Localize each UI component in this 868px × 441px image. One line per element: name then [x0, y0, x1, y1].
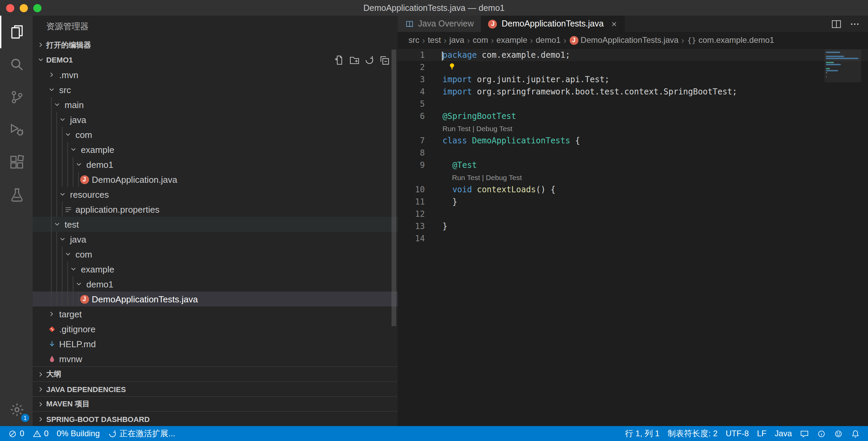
- code-line-2[interactable]: 2: [398, 61, 868, 73]
- window-title: DemoApplicationTests.java — demo1: [0, 3, 868, 13]
- status-cursor-position[interactable]: 行 1, 列 1: [621, 426, 663, 441]
- sidebar-section-大纲[interactable]: 大纲: [33, 366, 398, 381]
- tree-item-target[interactable]: target: [33, 306, 398, 321]
- line-number: 13: [398, 222, 425, 231]
- code-line-7[interactable]: 7class DemoApplicationTests {: [398, 135, 868, 147]
- status-feedback[interactable]: [796, 426, 813, 441]
- code-line-3[interactable]: 3import org.junit.jupiter.api.Test;: [398, 73, 868, 86]
- line-number: 8: [398, 148, 425, 158]
- tab-label: DemoApplicationTests.java: [502, 19, 604, 29]
- indent-guide: [56, 142, 62, 157]
- code-lens[interactable]: Run Test | Debug Test: [398, 122, 868, 135]
- code-line-4[interactable]: 4import org.springframework.boot.test.co…: [398, 86, 868, 98]
- close-icon[interactable]: [610, 20, 618, 28]
- breadcrumb-com-example-demo1[interactable]: {}com.example.demo1: [687, 35, 774, 45]
- breadcrumb-test[interactable]: test: [428, 35, 441, 45]
- minimap-line: [826, 70, 838, 71]
- sidebar-section-java-dependencies[interactable]: JAVA DEPENDENCIES: [33, 381, 398, 396]
- code-line-9[interactable]: 9 @Test: [398, 159, 868, 171]
- tree-item-com[interactable]: com: [33, 247, 398, 262]
- status-problems-errors[interactable]: 0: [4, 426, 28, 441]
- tree-item-test[interactable]: test: [33, 217, 398, 232]
- tree-item-mvnw[interactable]: mvnw: [33, 351, 398, 366]
- tree-item-label: HELP.md: [59, 339, 96, 349]
- code-line-11[interactable]: 11 }: [398, 196, 868, 208]
- activity-explorer[interactable]: [0, 16, 33, 48]
- activity-extensions[interactable]: [0, 146, 33, 179]
- activity-source-control[interactable]: [0, 81, 33, 113]
- activity-settings[interactable]: 1: [0, 393, 33, 426]
- status-encoding[interactable]: UTF-8: [722, 426, 753, 441]
- minimize-window-button[interactable]: [20, 4, 28, 12]
- status-bar: 000% Building正在激活扩展... 行 1, 列 1制表符长度: 2U…: [0, 426, 868, 441]
- more-actions-icon[interactable]: [850, 19, 860, 29]
- tree-item-java[interactable]: java: [33, 112, 398, 127]
- sidebar-scrollbar[interactable]: [392, 50, 396, 326]
- tree-item-demo1[interactable]: demo1: [33, 157, 398, 172]
- status-language-mode[interactable]: Java: [770, 426, 796, 441]
- minimap-line: [826, 76, 827, 77]
- line-number: 3: [398, 75, 425, 84]
- code-line-10[interactable]: 10 void contextLoads() {: [398, 183, 868, 196]
- sidebar-section-maven-项目[interactable]: MAVEN 项目: [33, 396, 398, 411]
- project-section-header[interactable]: DEMO1: [33, 52, 398, 67]
- new-file-icon[interactable]: [334, 55, 345, 65]
- breadcrumb-demo1[interactable]: demo1: [536, 35, 560, 45]
- breadcrumb-example[interactable]: example: [497, 35, 527, 45]
- status-java-status[interactable]: [813, 426, 830, 441]
- breadcrumb-demoapplicationtests-java[interactable]: JDemoApplicationTests.java: [569, 35, 678, 45]
- status-eol[interactable]: LF: [753, 426, 770, 441]
- tree-item-help-md[interactable]: HELP.md: [33, 336, 398, 351]
- status-indentation[interactable]: 制表符长度: 2: [664, 426, 722, 441]
- code-line-6[interactable]: 6@SpringBootTest: [398, 110, 868, 122]
- code-line-14[interactable]: 14: [398, 232, 868, 245]
- code-line-5[interactable]: 5: [398, 98, 868, 110]
- tree-item-main[interactable]: main: [33, 97, 398, 112]
- tree-item-java[interactable]: java: [33, 232, 398, 247]
- code-line-13[interactable]: 13}: [398, 220, 868, 232]
- status-tweet-feedback[interactable]: [830, 426, 847, 441]
- refresh-icon[interactable]: [364, 55, 375, 65]
- code-lens[interactable]: Run Test | Debug Test: [398, 171, 868, 183]
- new-folder-icon[interactable]: [349, 55, 360, 65]
- split-editor-icon[interactable]: [831, 19, 841, 29]
- tree-item-resources[interactable]: resources: [33, 187, 398, 202]
- tree-item-label: .mvn: [59, 70, 78, 80]
- tree-item-com[interactable]: com: [33, 127, 398, 142]
- code-editor[interactable]: 1package com.example.demo1;23import org.…: [398, 48, 868, 426]
- activity-testing[interactable]: [0, 179, 33, 211]
- status-problems-warnings[interactable]: 0: [28, 426, 52, 441]
- status-activating-extensions[interactable]: 正在激活扩展...: [104, 426, 179, 441]
- breadcrumb-com[interactable]: com: [473, 35, 488, 45]
- tree-item-label: demo1: [86, 159, 114, 170]
- tree-item-application-properties[interactable]: application.properties: [33, 202, 398, 217]
- code-line-12[interactable]: 12: [398, 208, 868, 220]
- breadcrumb-src[interactable]: src: [409, 35, 419, 45]
- collapse-all-icon[interactable]: [379, 55, 389, 65]
- close-window-button[interactable]: [6, 4, 14, 12]
- activity-run-and-debug[interactable]: [0, 113, 33, 146]
- minimap[interactable]: [824, 50, 861, 82]
- tree-item-example[interactable]: example: [33, 142, 398, 157]
- activity-search[interactable]: [0, 48, 33, 81]
- code-line-1[interactable]: 1package com.example.demo1;: [398, 49, 868, 61]
- tree-item-demoapplication-java[interactable]: JDemoApplication.java: [33, 172, 398, 187]
- sidebar-section-spring-boot-dashboard[interactable]: SPRING-BOOT DASHBOARD: [33, 411, 398, 426]
- tree-item-demoapplicationtests-java[interactable]: JDemoApplicationTests.java: [33, 292, 398, 306]
- tree-item-mvn[interactable]: .mvn: [33, 67, 398, 82]
- code-line-8[interactable]: 8: [398, 147, 868, 159]
- tab-demoapplicationtests-java[interactable]: JDemoApplicationTests.java: [481, 16, 625, 32]
- breadcrumb-java[interactable]: java: [449, 35, 464, 45]
- tree-item-example[interactable]: example: [33, 262, 398, 277]
- tree-item-src[interactable]: src: [33, 82, 398, 97]
- tree-item-demo1[interactable]: demo1: [33, 277, 398, 292]
- tab-java-overview[interactable]: Java Overview: [398, 16, 481, 32]
- status-notifications[interactable]: [847, 426, 864, 441]
- open-editors-section[interactable]: 打开的编辑器: [33, 37, 398, 52]
- lightbulb-icon[interactable]: [448, 62, 456, 70]
- indent-guide: [73, 157, 78, 172]
- indent-guide: [56, 292, 62, 306]
- zoom-window-button[interactable]: [33, 4, 41, 12]
- tree-item-gitignore[interactable]: .gitignore: [33, 321, 398, 336]
- status-java-build-status[interactable]: 0% Building: [53, 426, 104, 441]
